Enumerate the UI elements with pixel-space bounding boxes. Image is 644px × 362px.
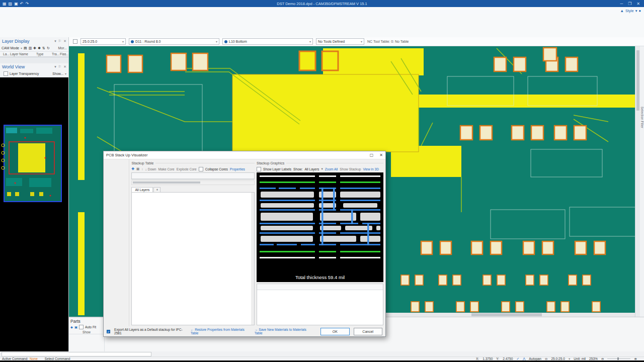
grid-select[interactable]: 25.0:25.0 xyxy=(551,357,565,360)
stackup-table xyxy=(131,172,255,179)
cam-toolbar-icon-0[interactable]: ▤ xyxy=(24,46,27,50)
y-label: Y: xyxy=(496,357,499,360)
cam-toolbar-icon-3[interactable]: ✱ xyxy=(38,46,41,50)
more-button[interactable]: Mor... xyxy=(58,46,67,50)
stackup-graphic[interactable]: Total thickness 59.4 mil xyxy=(257,172,383,282)
zoom-percent: 253% xyxy=(589,357,598,360)
chevron-down-icon: ▾ xyxy=(65,72,66,75)
dialog-footer: ✓ Export All Layers as a Default stackup… xyxy=(104,326,385,336)
add-stackup-tab[interactable]: + xyxy=(153,187,160,192)
nc-tool-table-label: NC Tool Table: 0: No Table xyxy=(367,40,409,43)
pin-icon[interactable]: ⚐ xyxy=(58,65,61,69)
grid-combo[interactable]: 25.0:25.0▾ xyxy=(80,38,126,45)
cam-toolbar-icon-4[interactable]: ⇅ xyxy=(42,46,45,50)
stackup-table-hscrollbar[interactable] xyxy=(131,180,255,185)
close-icon[interactable]: ✕ xyxy=(379,153,383,157)
export-ipc-checkbox[interactable]: ✓ xyxy=(107,330,110,333)
move-down-button[interactable]: ↓ Down xyxy=(145,167,156,171)
maximize-icon[interactable]: ▢ xyxy=(370,153,374,157)
dielectric-layers xyxy=(261,192,380,242)
show-layer-labels-label: Show Layer Labels xyxy=(263,167,291,171)
grid-icon[interactable]: ▣ xyxy=(74,325,77,329)
dcode-combo[interactable]: D11 : Round 8.0▾ xyxy=(129,38,219,45)
canvas-vscrollbar[interactable] xyxy=(636,46,640,317)
close-icon[interactable]: ✕ xyxy=(636,2,640,6)
make-core-button[interactable]: Make Core xyxy=(158,167,175,171)
bga-region xyxy=(232,74,419,152)
world-view-thumbnail[interactable] xyxy=(0,77,68,351)
canvas-hscrollbar[interactable] xyxy=(381,313,635,317)
dcode-dot-icon xyxy=(131,40,134,43)
secondary-toolbar: 25.0:25.0▾ D11 : Round 8.0▾ L10 Bottom▾ … xyxy=(69,37,644,46)
show-layers-select[interactable]: All Layers xyxy=(304,167,319,171)
pin-icon[interactable]: ⚐ xyxy=(58,39,61,43)
layer-dot-icon xyxy=(224,40,227,43)
active-command-value: None xyxy=(30,357,38,360)
layer-transparency-checkbox[interactable] xyxy=(4,71,8,76)
add-row-icon[interactable]: ✚ xyxy=(131,167,134,171)
cam-mode-select[interactable]: CAM Mode xyxy=(2,46,19,50)
auto-fit-checkbox[interactable] xyxy=(79,325,84,329)
save-materials-button[interactable]: → Save New Materials to Materials Table xyxy=(255,328,312,335)
restore-properties-button[interactable]: ← Restore Properties from Materials Tabl… xyxy=(191,328,251,335)
parts-panel: Parts ◆ ▣ Auto Fit Show xyxy=(69,317,105,352)
active-command-label: Active Command: xyxy=(2,357,28,360)
layer-table: La...Layer Name TypeTra...Flas... xyxy=(0,52,68,57)
cam-toolbar-icon-5[interactable]: ↻ xyxy=(47,46,50,50)
auto-fit-label: Auto Fit xyxy=(85,325,96,329)
view-in-3d-button[interactable]: View in 3D xyxy=(363,167,379,171)
chevron-down-icon: ▾ xyxy=(635,9,637,13)
tab-all-layers[interactable]: All Layers xyxy=(131,187,153,192)
collapse-ribbon-icon[interactable]: ▲ xyxy=(620,9,624,13)
chevron-down-icon[interactable]: ▾ xyxy=(54,65,56,69)
minimize-icon[interactable]: ─ xyxy=(620,2,623,6)
chevron-down-icon: ▾ xyxy=(321,167,323,171)
style-label: Style xyxy=(625,9,634,13)
stackup-table-toolbar: ✚ ▦ ↑ ↓ Down Make Core Explode Core Coll… xyxy=(131,165,255,172)
world-view-header: World View ▾ ⚐ ✕ xyxy=(0,63,68,71)
chevron-down-icon: ▾ xyxy=(216,40,217,43)
tools-combo[interactable]: No Tools Defined▾ xyxy=(316,38,364,45)
chevron-down-icon: ▾ xyxy=(122,40,124,43)
stackup-table-group-label: Stackup Table xyxy=(131,160,255,165)
cancel-button[interactable]: Cancel xyxy=(354,328,382,335)
chevron-down-icon: ▾ xyxy=(309,40,311,43)
style-picker[interactable]: ▲ Style ▾ ● xyxy=(620,7,641,14)
selection-filter-tab[interactable]: Selection Filter xyxy=(640,107,644,128)
via-padstack-table xyxy=(257,284,383,325)
export-ipc-label: Export All Layers as a Default stackup f… xyxy=(114,328,187,335)
filter-diamond-icon[interactable]: ◆ xyxy=(70,325,73,329)
command-input[interactable] xyxy=(2,352,151,356)
close-icon[interactable]: ✕ xyxy=(63,65,66,69)
dialog-title-bar[interactable]: PCB Stack Up Visualizer ▢ ✕ xyxy=(104,151,385,159)
grid-snap-checkbox[interactable] xyxy=(73,39,77,44)
chevron-down-icon: ▾ xyxy=(361,40,362,43)
world-view-show-select[interactable]: Show... xyxy=(52,72,63,75)
properties-button[interactable]: Properties xyxy=(230,167,245,171)
move-up-icon[interactable]: ↑ xyxy=(141,167,143,171)
zoom-all-button[interactable]: Zoom All xyxy=(325,167,338,171)
dock-tab-strip xyxy=(0,351,644,356)
explode-core-button[interactable]: Explode Core xyxy=(177,167,197,171)
cam-toolbar-icon-1[interactable]: ▥ xyxy=(29,46,32,50)
show-stackup-button[interactable]: Show Stackup xyxy=(340,167,361,171)
properties-vscrollbar[interactable] xyxy=(251,193,254,325)
show-column-header: Show xyxy=(69,330,104,334)
collapse-cores-checkbox[interactable] xyxy=(199,167,203,171)
x-coordinate: 1.3750 xyxy=(482,357,493,360)
world-view-title: World View xyxy=(2,64,25,69)
zoom-slider[interactable] xyxy=(607,358,630,359)
title-bar: ▦▨▣↶↷ DST Demo 2018.dpd - CAM350/DFMSTRE… xyxy=(0,0,644,7)
restore-icon[interactable]: ❐ xyxy=(628,2,631,6)
world-view-toolbar: Layer Transparency Show... ▾ xyxy=(0,71,68,77)
close-icon[interactable]: ✕ xyxy=(63,39,66,43)
y-coordinate: 2.4750 xyxy=(503,357,513,360)
layer-combo[interactable]: L10 Bottom▾ xyxy=(222,38,313,45)
ok-button[interactable]: OK xyxy=(320,328,349,335)
pcb-stackup-visualizer-dialog: PCB Stack Up Visualizer ▢ ✕ Stackup Tabl… xyxy=(103,151,386,337)
delete-row-icon[interactable]: ▦ xyxy=(136,167,139,171)
chevron-down-icon[interactable]: ▾ xyxy=(54,39,56,43)
cam-toolbar-icon-2[interactable]: ✚ xyxy=(33,46,36,50)
autopan-select[interactable]: Autopan xyxy=(529,357,541,360)
show-layer-labels-checkbox[interactable] xyxy=(257,167,261,171)
